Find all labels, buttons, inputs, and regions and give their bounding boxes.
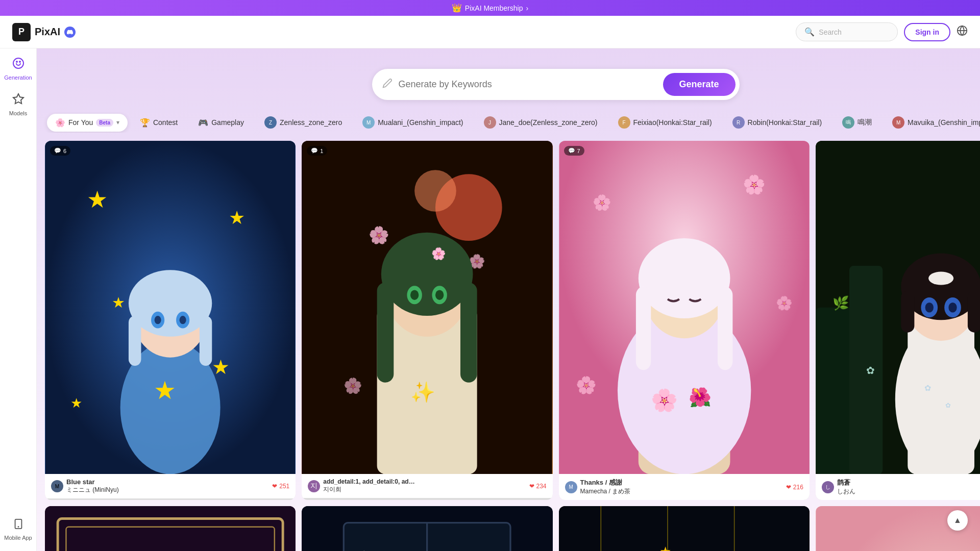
tab-zenless[interactable]: Z Zenless_zone_zero — [256, 112, 350, 133]
svg-text:★: ★ — [229, 207, 245, 228]
user-avatar-1: M — [51, 480, 63, 492]
tab-robin[interactable]: R Robin(Honkai:Star_rail) — [724, 112, 830, 133]
svg-point-21 — [180, 316, 186, 324]
svg-text:🌸: 🌸 — [743, 173, 766, 195]
logo-text: PixAI — [35, 26, 60, 38]
logo-box: P — [12, 23, 31, 41]
image-card-1[interactable]: ★ ★ ★ ★ ★ — [45, 141, 296, 500]
chevron-down-icon: ▾ — [116, 119, 119, 126]
tab-mualani-label: Mualani_(Genshin_impact) — [378, 118, 463, 127]
image-card-2[interactable]: 🌸 🌸 🌸 — [302, 141, 552, 500]
tab-zenless-label: Zenless_zone_zero — [280, 118, 342, 127]
tab-mavuika[interactable]: M Mavuika_(Genshin_impact) — [884, 112, 980, 133]
for-you-icon: 🌸 — [55, 118, 65, 128]
image-card-6[interactable]: ★ ★ — [302, 506, 552, 551]
card-meta-3: M Thanks / 感謝 Mamecha / まめ茶 ❤ 216 — [559, 474, 810, 500]
svg-text:★: ★ — [70, 395, 82, 411]
svg-rect-49 — [635, 287, 650, 370]
card-user-1: M Blue star ミニニュ (MiniNyu) — [51, 478, 119, 494]
image-card-5[interactable]: ✿ ✿ ✿ ✿ — [45, 506, 296, 551]
svg-text:✨: ✨ — [410, 380, 435, 404]
main-content: Generate 🌸 For You Beta ▾ 🏆 Contest 🎮 Ga… — [37, 48, 980, 551]
robin-avatar: R — [732, 116, 745, 129]
tab-gameplay[interactable]: 🎮 Gameplay — [190, 114, 252, 132]
card-likes-3: ❤ 216 — [786, 484, 803, 491]
svg-text:🌿: 🌿 — [832, 295, 849, 311]
tab-naui[interactable]: 鳴 鳴潮 — [834, 112, 880, 133]
card-likes-2: ❤ 234 — [529, 483, 547, 490]
svg-point-3 — [16, 61, 17, 62]
generate-input[interactable] — [399, 79, 657, 90]
svg-rect-33 — [460, 283, 477, 383]
svg-rect-64 — [901, 291, 914, 333]
tab-for-you[interactable]: 🌸 For You Beta ▾ — [47, 114, 128, 132]
membership-banner[interactable]: 👑 PixAI Membership › — [0, 0, 980, 16]
svg-text:★: ★ — [87, 187, 108, 213]
discord-icon[interactable] — [64, 27, 76, 38]
tab-jane[interactable]: J Jane_doe(Zenless_zone_zero) — [476, 112, 606, 133]
user-avatar-2: 지 — [308, 480, 320, 492]
svg-rect-73 — [45, 506, 296, 551]
banner-arrow: › — [526, 4, 528, 12]
tab-for-you-label: For You — [68, 118, 93, 127]
card-likes-1: ❤ 251 — [272, 483, 289, 490]
svg-point-20 — [155, 316, 161, 324]
header-right: 🔍 Search Sign in — [796, 22, 968, 41]
scroll-top-button[interactable]: ▲ — [947, 510, 968, 531]
tab-jane-label: Jane_doe(Zenless_zone_zero) — [499, 118, 598, 127]
card-user-name-3: Mamecha / まめ茶 — [580, 487, 631, 496]
comment-count-3: 💬 7 — [564, 146, 584, 156]
pencil-icon — [382, 78, 393, 91]
sign-in-button[interactable]: Sign in — [904, 23, 950, 41]
svg-text:★: ★ — [659, 544, 671, 551]
svg-text:🌸: 🌸 — [369, 225, 390, 245]
image-card-7[interactable]: ★ ★ ★ ★ — [559, 506, 810, 551]
svg-text:★: ★ — [212, 356, 230, 378]
comment-count-2: 💬 1 — [307, 146, 327, 156]
image-card-4[interactable]: 🌿 🌿 ✿ — [816, 141, 980, 500]
svg-text:✿: ✿ — [924, 383, 931, 392]
generate-bar: Generate — [372, 69, 740, 100]
svg-point-37 — [435, 290, 444, 300]
svg-point-25 — [414, 170, 456, 212]
tab-naui-label: 鳴潮 — [857, 118, 872, 127]
search-box[interactable]: 🔍 Search — [796, 22, 898, 41]
tab-mualani[interactable]: M Mualani_(Genshin_impact) — [354, 112, 471, 133]
card-user-3: M Thanks / 感謝 Mamecha / まめ茶 — [565, 478, 631, 496]
tab-feixiao-label: Feixiao(Honkai:Star_rail) — [633, 118, 712, 127]
svg-rect-17 — [200, 316, 212, 366]
mavuika-avatar: M — [892, 116, 904, 129]
search-placeholder: Search — [819, 28, 841, 36]
logo[interactable]: P PixAI — [12, 23, 76, 41]
filter-tabs: 🌸 For You Beta ▾ 🏆 Contest 🎮 Gameplay Z … — [37, 112, 980, 133]
language-icon[interactable] — [957, 25, 968, 39]
tab-feixiao[interactable]: F Feixiao(Honkai:Star_rail) — [610, 112, 720, 133]
sidebar-item-mobile-app[interactable]: Mobile App — [4, 518, 32, 541]
sidebar-generation-label: Generation — [4, 74, 32, 81]
gameplay-icon: 🎮 — [198, 118, 208, 128]
svg-text:🌸: 🌸 — [776, 295, 793, 311]
feixiao-avatar: F — [618, 116, 630, 129]
mualani-avatar: M — [362, 116, 375, 129]
card-meta-2: 지 add_detail:1, add_detail:0, add_detail… — [302, 474, 552, 498]
user-avatar-4: し — [822, 481, 834, 493]
sidebar: Generation Models Mobile App — [0, 47, 37, 551]
card-user-2: 지 add_detail:1, add_detail:0, add_detail… — [308, 478, 415, 494]
svg-point-2 — [13, 58, 23, 68]
sidebar-item-generation[interactable]: Generation — [4, 57, 32, 81]
comment-count-1: 💬 6 — [50, 146, 70, 156]
svg-text:✿: ✿ — [945, 402, 951, 409]
generate-button[interactable]: Generate — [663, 73, 736, 96]
svg-point-36 — [410, 290, 419, 300]
svg-text:✿: ✿ — [866, 365, 874, 376]
svg-rect-16 — [129, 316, 141, 366]
tab-robin-label: Robin(Honkai:Star_rail) — [748, 118, 822, 127]
sidebar-item-models[interactable]: Models — [9, 93, 27, 116]
svg-point-4 — [19, 61, 20, 62]
card-user-name-4: しおん — [837, 487, 855, 496]
beta-badge: Beta — [96, 119, 113, 127]
image-card-3[interactable]: 🌸 🌸 🌸 🌸 — [559, 141, 810, 500]
search-icon: 🔍 — [804, 27, 815, 37]
tab-contest[interactable]: 🏆 Contest — [132, 114, 186, 132]
svg-text:🌸: 🌸 — [576, 375, 597, 395]
